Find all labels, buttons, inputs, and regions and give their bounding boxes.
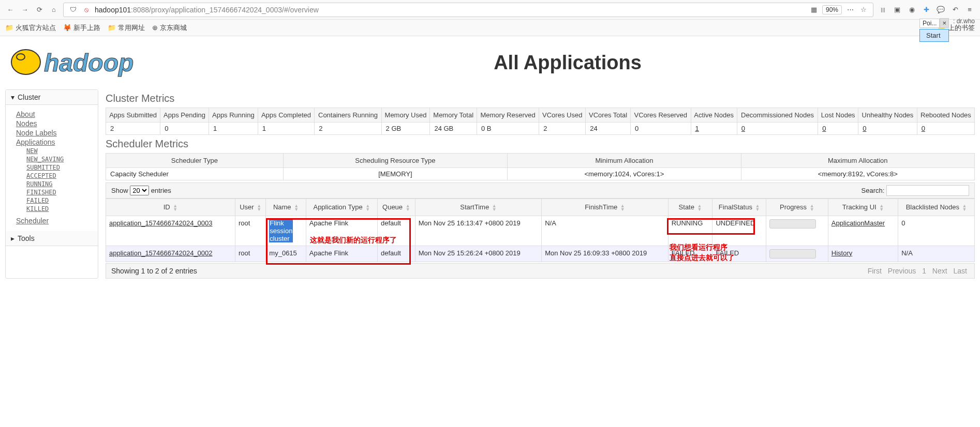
pager-next[interactable]: Next — [932, 267, 947, 275]
menu-icon[interactable]: ≡ — [964, 5, 975, 15]
table-cell: RUNNING — [668, 216, 712, 246]
metrics-value: 24 GB — [430, 123, 477, 135]
cluster-metrics-title: Cluster Metrics — [106, 93, 975, 104]
sidebar-state-finished[interactable]: FINISHED — [26, 189, 93, 196]
sort-icon: ▲▼ — [365, 204, 370, 211]
pager-last[interactable]: Last — [954, 267, 967, 275]
metrics-value: 0 — [631, 123, 691, 135]
home-icon[interactable]: ⌂ — [49, 5, 59, 15]
float-tag[interactable]: Poi... — [919, 19, 940, 28]
page-size-select[interactable]: 20 — [130, 186, 149, 195]
reload-icon[interactable]: ⟳ — [34, 5, 44, 15]
undo-icon[interactable]: ↶ — [950, 5, 960, 15]
sidebar-state-running[interactable]: RUNNING — [26, 180, 93, 188]
search-input[interactable] — [886, 185, 969, 196]
app-id-link[interactable]: application_1574666742024_0003 — [109, 219, 213, 227]
app-id-link[interactable]: application_1574666742024_0002 — [109, 249, 213, 257]
apps-header[interactable]: ID ▲▼ — [106, 199, 235, 216]
apps-header[interactable]: User ▲▼ — [235, 199, 266, 216]
jd-icon: ⊕ — [152, 24, 158, 32]
tracking-link[interactable]: ApplicationMaster — [831, 219, 885, 227]
table-cell: History — [828, 246, 898, 262]
progress-bar — [769, 219, 816, 228]
page-header: hadoop All Applications — [5, 41, 975, 84]
sort-icon: ▲▼ — [492, 204, 497, 211]
metrics-header: Containers Running — [315, 108, 381, 123]
metrics-value: 0 — [737, 123, 818, 135]
bookmarks-bar: 📁火狐官方站点 🦊新手上路 📁常用网址 ⊕京东商城 Poi...× Start … — [0, 20, 980, 36]
table-footer: Showing 1 to 2 of 2 entries First Previo… — [106, 263, 975, 279]
chat-icon[interactable]: 💬 — [936, 5, 946, 15]
metrics-value: 2 — [315, 123, 381, 135]
metrics-value: 0 — [818, 123, 858, 135]
pager-first[interactable]: First — [868, 267, 882, 275]
sidebar-state-submitted[interactable]: SUBMITTED — [26, 164, 93, 171]
sidebar-state-killed[interactable]: KILLED — [26, 205, 93, 212]
apps-header[interactable]: Application Type ▲▼ — [306, 199, 377, 216]
annotation-text: 我们想看运行程序 — [670, 243, 727, 252]
bookmark-item[interactable]: 📁火狐官方站点 — [5, 23, 56, 33]
apps-header[interactable]: Name ▲▼ — [266, 199, 306, 216]
url-bar[interactable]: 🛡 ⦸ hadoop101:8088/proxy/application_157… — [63, 3, 873, 17]
table-controls: Show 20 entries Search: — [106, 182, 975, 199]
metrics-header: VCores Total — [586, 108, 631, 123]
reader-icon[interactable]: ▣ — [892, 5, 902, 15]
bookmark-item[interactable]: 🦊新手上路 — [63, 23, 100, 33]
apps-header[interactable]: FinalStatus ▲▼ — [712, 199, 766, 216]
table-cell: root — [235, 216, 266, 246]
metrics-value: 2 GB — [381, 123, 430, 135]
shield-icon: 🛡 — [68, 5, 78, 15]
more-icon[interactable]: ⋯ — [845, 5, 855, 15]
metrics-header: VCores Used — [539, 108, 586, 123]
metrics-header: Memory Reserved — [477, 108, 539, 123]
pager-page[interactable]: 1 — [922, 267, 926, 275]
url-text: hadoop101:8088/proxy/application_1574666… — [95, 6, 806, 14]
sidebar-section-cluster[interactable]: ▾Cluster — [6, 90, 98, 105]
sidebar-link-applications[interactable]: Applications — [16, 138, 93, 146]
pager-prev[interactable]: Previous — [888, 267, 916, 275]
apps-header[interactable]: Queue ▲▼ — [377, 199, 415, 216]
sidebar-section-tools[interactable]: ▸Tools — [6, 231, 98, 246]
sidebar-state-new-saving[interactable]: NEW_SAVING — [26, 156, 93, 163]
library-icon[interactable]: ⫼ — [878, 5, 888, 15]
metrics-header: Scheduling Resource Type — [283, 154, 508, 168]
metrics-header: Rebooted Nodes — [917, 108, 974, 123]
applications-table: ID ▲▼User ▲▼Name ▲▼Application Type ▲▼Qu… — [106, 199, 975, 262]
sidebar-state-new[interactable]: NEW — [26, 147, 93, 155]
sidebar-state-failed[interactable]: FAILED — [26, 197, 93, 204]
browser-toolbar: ← → ⟳ ⌂ 🛡 ⦸ hadoop101:8088/proxy/applica… — [0, 0, 980, 20]
back-icon[interactable]: ← — [5, 5, 16, 15]
sort-icon: ▲▼ — [620, 204, 625, 211]
apps-header[interactable]: Progress ▲▼ — [766, 199, 828, 216]
metrics-header: Unhealthy Nodes — [858, 108, 917, 123]
sidebar-state-accepted[interactable]: ACCEPTED — [26, 172, 93, 179]
zoom-badge[interactable]: 90% — [822, 5, 842, 14]
sidebar-link-nodes[interactable]: Nodes — [16, 119, 93, 128]
account-icon[interactable]: ◉ — [907, 5, 917, 15]
metrics-value: 0 — [917, 123, 974, 135]
tracking-link[interactable]: History — [831, 249, 852, 257]
sidebar-link-node-labels[interactable]: Node Labels — [16, 129, 93, 137]
start-button[interactable]: Start — [919, 29, 949, 42]
apps-header[interactable]: Tracking UI ▲▼ — [828, 199, 898, 216]
apps-header[interactable]: Blacklisted Nodes ▲▼ — [898, 199, 975, 216]
forward-icon[interactable]: → — [20, 5, 30, 15]
bookmark-item[interactable]: 📁常用网址 — [108, 23, 145, 33]
apps-header[interactable]: FinishTime ▲▼ — [542, 199, 668, 216]
star-icon[interactable]: ☆ — [858, 5, 869, 15]
showing-text: Showing 1 to 2 of 2 entries — [111, 267, 197, 275]
search-label: Search: — [862, 187, 885, 194]
qr-icon[interactable]: ▦ — [809, 5, 819, 15]
sidebar-link-scheduler[interactable]: Scheduler — [16, 217, 93, 225]
metrics-header: Memory Used — [381, 108, 430, 123]
bookmark-item[interactable]: ⊕京东商城 — [152, 23, 187, 33]
table-cell: N/A — [898, 246, 975, 262]
close-icon[interactable]: × — [940, 18, 949, 28]
sidebar-link-about[interactable]: About — [16, 110, 93, 118]
apps-header[interactable]: StartTime ▲▼ — [415, 199, 541, 216]
entries-label: entries — [151, 187, 171, 194]
sort-icon: ▲▼ — [406, 204, 410, 211]
addon-icon[interactable]: ✚ — [921, 5, 931, 15]
apps-header[interactable]: State ▲▼ — [668, 199, 712, 216]
metrics-header: Apps Running — [209, 108, 258, 123]
